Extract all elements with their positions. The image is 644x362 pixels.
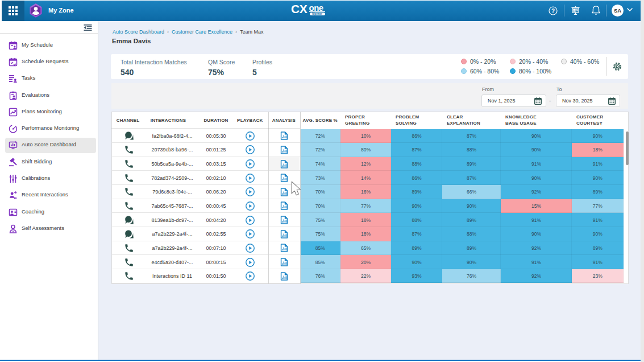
svg-text:?: ? bbox=[551, 8, 555, 14]
